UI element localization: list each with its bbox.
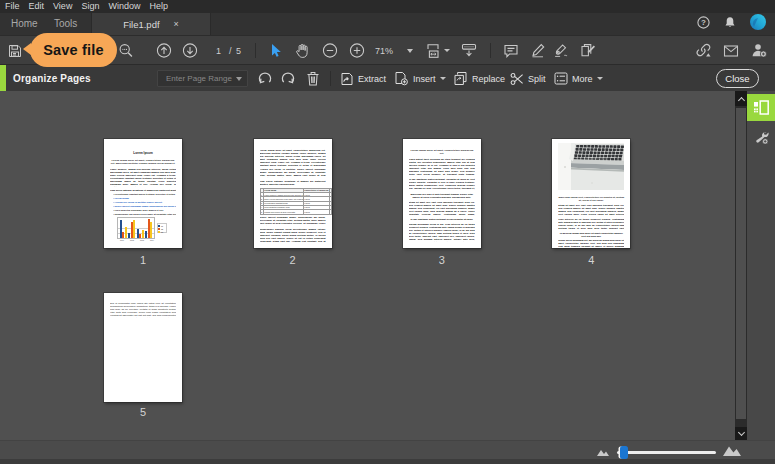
trash-icon[interactable] — [306, 65, 319, 92]
doc-bullet: • Suspendisse dui purus scelerisque at v… — [113, 213, 176, 216]
select-arrow-icon[interactable] — [270, 36, 282, 65]
doc-heading: In hac habitasse platea dictumst lorem c… — [409, 218, 475, 221]
page-indicator[interactable]: 1 / 5 — [216, 36, 242, 65]
close-label: Close — [725, 73, 749, 84]
menu-item-window[interactable]: Window — [108, 0, 140, 13]
zoom-out-icon[interactable] — [322, 36, 337, 65]
doc-bullet: • Donec laoreet nonummy augue suspendiss… — [113, 205, 176, 208]
doc-paragraph: Etiam sit amet orci eget eros faucibus t… — [409, 201, 475, 216]
doc-heading: Cum sociis natoque penatibus et magnis d… — [260, 180, 326, 186]
page-number-label: 5 — [104, 406, 182, 418]
doc-bullet: • Proin pharetra nonummy pede mauris et … — [113, 209, 176, 212]
doc-paragraph: Lorem ipsum dolor sit amet, consectetuer… — [260, 149, 326, 166]
split-icon — [510, 72, 524, 86]
page-number-label: 1 — [104, 254, 182, 266]
tab-document[interactable]: File1.pdf × — [91, 13, 211, 35]
hand-icon[interactable] — [295, 36, 310, 65]
vertical-scrollbar[interactable] — [735, 91, 747, 440]
organize-pages-title: Organize Pages — [13, 65, 91, 92]
page-up-icon[interactable] — [156, 36, 171, 65]
doc-paragraph: Suspendisse dapibus lorem pellentesque m… — [260, 228, 326, 242]
zoom-in-icon[interactable] — [349, 36, 364, 65]
menu-item-file[interactable]: File — [5, 0, 20, 13]
tab-home[interactable]: Home — [11, 13, 38, 35]
menu-item-sign[interactable]: Sign — [81, 0, 99, 13]
page-thumbnail-4[interactable]: Maecenas ipsum velit, consectetuer eu lo… — [552, 139, 630, 248]
extract-button[interactable]: Extract — [340, 65, 386, 92]
doc-paragraph: Donec laoreet nonummy augue. Suspendisse… — [260, 216, 326, 226]
doc-paragraph: In hac habitasse platea dictumst. Curabi… — [409, 178, 475, 190]
menu-item-view[interactable]: View — [53, 0, 72, 13]
doc-paragraph: Class aptent taciti sociosqu ad litora t… — [409, 158, 475, 176]
callout-label: Save file — [43, 42, 104, 58]
organize-pages-icon — [753, 100, 769, 115]
fit-page-icon[interactable] — [426, 36, 450, 65]
document-tab-label: File1.pdf — [123, 19, 159, 30]
doc-subtitle: Lorem ipsum dolor sit amet, consectetuer… — [110, 159, 176, 166]
share-link-icon[interactable] — [696, 36, 713, 65]
edit-page-icon[interactable] — [580, 36, 596, 65]
help-icon[interactable]: ? — [697, 15, 710, 33]
zoom-level-dropdown[interactable]: 71% — [375, 36, 413, 65]
doc-bar-chart: S1S2S3 — [117, 217, 176, 239]
zoom-slider-track[interactable] — [617, 451, 716, 454]
search-icon[interactable] — [119, 36, 134, 65]
close-button[interactable]: Close — [716, 69, 759, 88]
page-thumbnail-3[interactable]: Lorem ipsum dolor sit amet, consectetuer… — [403, 139, 481, 248]
close-tab-icon[interactable]: × — [174, 20, 179, 29]
doc-paragraph: Aenean nec lorem. In porttitor. Donec la… — [260, 168, 326, 178]
zoom-out-mountain-icon[interactable] — [597, 448, 609, 456]
scroll-down-button[interactable] — [735, 427, 747, 440]
insert-button[interactable]: Insert — [394, 65, 446, 92]
status-bar — [0, 440, 775, 459]
fit-width-icon[interactable] — [461, 36, 477, 65]
bell-icon[interactable] — [724, 15, 736, 33]
tab-tools[interactable]: Tools — [54, 13, 77, 35]
mail-icon[interactable] — [723, 36, 738, 65]
avatar[interactable] — [750, 14, 766, 34]
doc-paragraph: Fusce posuere, magna sed pulvinar ultric… — [110, 168, 176, 187]
more-icon — [554, 72, 568, 85]
page-range-input[interactable]: Enter Page Range — [157, 70, 248, 87]
scrollbar-thumb[interactable] — [736, 108, 746, 419]
split-label: Split — [528, 74, 546, 84]
replace-icon — [453, 71, 468, 86]
organize-pages-panel-tab[interactable] — [747, 94, 775, 121]
replace-button[interactable]: Replace — [453, 65, 505, 92]
organize-pages-toolbar: Organize Pages Enter Page Range Extract … — [0, 64, 775, 91]
zoom-in-mountain-icon[interactable] — [723, 444, 741, 456]
page-number-label: 3 — [403, 254, 481, 266]
zoom-slider-thumb[interactable] — [620, 446, 628, 459]
rotate-left-icon[interactable] — [258, 65, 273, 92]
signature-icon[interactable] — [554, 36, 571, 65]
menu-item-help[interactable]: Help — [149, 0, 168, 13]
chevron-down-icon — [236, 77, 242, 81]
replace-label: Replace — [472, 74, 505, 84]
more-label: More — [572, 74, 593, 84]
add-user-icon[interactable] — [751, 36, 767, 65]
save-icon[interactable] — [8, 36, 22, 65]
rotate-right-icon[interactable] — [281, 65, 296, 92]
toolbar-separator — [490, 43, 491, 58]
page-thumbnail-5[interactable]: Sed ut perspiciatis unde omnis iste natu… — [104, 293, 182, 402]
page-number-label: 2 — [254, 254, 332, 266]
taskbar-strip — [0, 459, 775, 464]
doc-bullet: • Lorem ipsum — [113, 197, 176, 200]
page-number-label: 4 — [552, 254, 630, 266]
menu-item-edit[interactable]: Edit — [29, 0, 45, 13]
doc-heading: Lorem ipsum dolor sit amet, consectetuer… — [409, 149, 475, 156]
highlight-icon[interactable] — [531, 36, 546, 65]
toolbar-separator — [330, 71, 331, 86]
split-button[interactable]: Split — [510, 65, 546, 92]
doc-bullet: • Pellentesque habitant morbi tristique … — [113, 193, 176, 196]
save-file-callout[interactable]: Save file — [30, 33, 117, 67]
scroll-up-button[interactable] — [735, 91, 747, 106]
tools-wrench-icon[interactable] — [747, 124, 775, 150]
page-thumbnail-2[interactable]: Lorem ipsum dolor sit amet, consectetuer… — [254, 139, 332, 248]
page-thumbnail-1[interactable]: Lorem Ipsum Lorem ipsum dolor sit amet, … — [104, 139, 182, 248]
more-button[interactable]: More — [554, 65, 603, 92]
right-panel-rail — [747, 91, 775, 440]
page-down-icon[interactable] — [183, 36, 198, 65]
chevron-down-icon — [440, 77, 446, 80]
comment-icon[interactable] — [504, 36, 519, 65]
